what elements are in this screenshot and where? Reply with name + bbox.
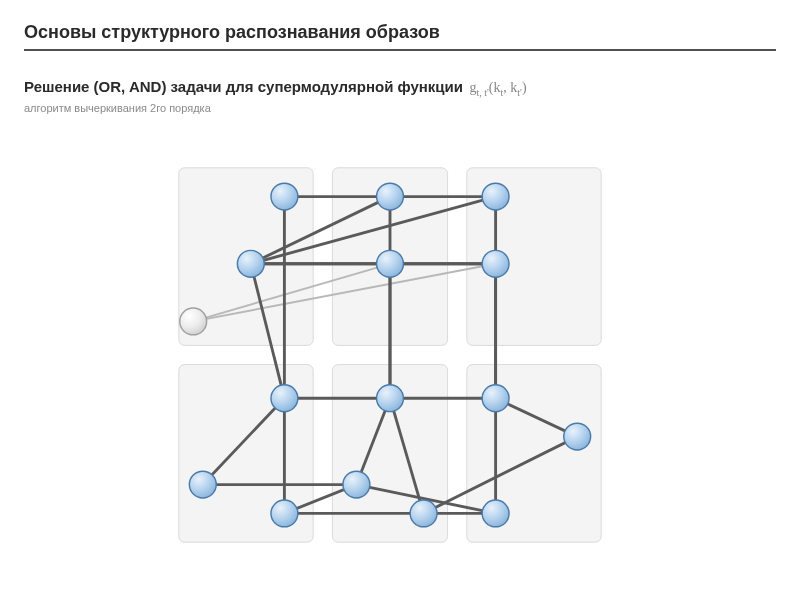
page-title: Основы структурного распознавания образо…	[24, 22, 776, 43]
graph-node	[377, 385, 404, 412]
graph-node	[564, 423, 591, 450]
page-header: Основы структурного распознавания образо…	[24, 22, 776, 51]
section-heading: Решение (OR, AND) задачи для супермодуля…	[24, 78, 463, 95]
graph-node	[343, 471, 370, 498]
graph-svg	[150, 140, 630, 570]
graph-node	[410, 500, 437, 527]
graph-node	[180, 308, 207, 335]
graph-node	[271, 385, 298, 412]
graph-node	[189, 471, 216, 498]
graph-node	[482, 385, 509, 412]
graph-node	[271, 500, 298, 527]
graph-node	[482, 500, 509, 527]
graph-node	[482, 183, 509, 210]
graph-node	[377, 250, 404, 277]
graph-diagram	[150, 140, 630, 570]
section-subtitle: алгоритм вычеркивания 2го порядка	[24, 102, 776, 114]
graph-node	[271, 183, 298, 210]
graph-node	[482, 250, 509, 277]
formula-text: gt, t'(kt, kt')	[469, 80, 526, 95]
subheading-block: Решение (OR, AND) задачи для супермодуля…	[24, 78, 776, 114]
graph-node	[237, 250, 264, 277]
graph-node	[377, 183, 404, 210]
